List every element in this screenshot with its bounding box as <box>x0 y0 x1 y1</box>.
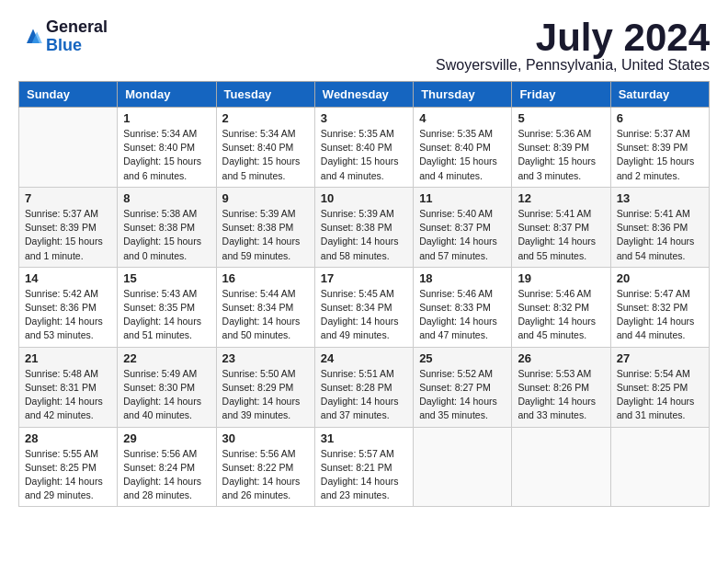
sunset-text: Sunset: 8:38 PM <box>123 222 195 233</box>
logo-area: General Blue <box>18 18 108 55</box>
day-info: Sunrise: 5:36 AMSunset: 8:39 PMDaylight:… <box>518 127 604 183</box>
calendar-cell: 29Sunrise: 5:56 AMSunset: 8:24 PMDayligh… <box>118 427 216 507</box>
sunrise-text: Sunrise: 5:37 AM <box>25 208 98 219</box>
daylight-text: Daylight: 15 hours and 6 minutes. <box>123 155 201 180</box>
sunset-text: Sunset: 8:38 PM <box>321 222 392 233</box>
day-number: 16 <box>222 271 309 285</box>
day-info: Sunrise: 5:44 AMSunset: 8:34 PMDaylight:… <box>222 287 309 343</box>
column-header-saturday: Saturday <box>610 82 709 108</box>
daylight-text: Daylight: 15 hours and 3 minutes. <box>518 155 596 180</box>
sunset-text: Sunset: 8:31 PM <box>25 382 97 393</box>
day-info: Sunrise: 5:47 AMSunset: 8:32 PMDaylight:… <box>617 287 703 343</box>
day-number: 15 <box>123 271 210 285</box>
day-info: Sunrise: 5:56 AMSunset: 8:24 PMDaylight:… <box>123 447 210 503</box>
daylight-text: Daylight: 15 hours and 2 minutes. <box>617 155 695 180</box>
sunrise-text: Sunrise: 5:35 AM <box>419 128 493 139</box>
day-number: 29 <box>123 431 210 445</box>
daylight-text: Daylight: 14 hours and 37 minutes. <box>321 396 399 420</box>
sunset-text: Sunset: 8:25 PM <box>617 382 688 393</box>
sunrise-text: Sunrise: 5:43 AM <box>123 288 197 299</box>
daylight-text: Daylight: 15 hours and 4 minutes. <box>419 155 497 180</box>
sunrise-text: Sunrise: 5:34 AM <box>222 128 296 139</box>
sunrise-text: Sunrise: 5:57 AM <box>321 448 394 459</box>
daylight-text: Daylight: 14 hours and 29 minutes. <box>25 476 103 500</box>
column-header-friday: Friday <box>512 82 610 108</box>
location-title: Swoyersville, Pennsylvania, United State… <box>436 57 710 74</box>
sunrise-text: Sunrise: 5:37 AM <box>617 128 690 139</box>
sunset-text: Sunset: 8:32 PM <box>617 302 688 313</box>
sunrise-text: Sunrise: 5:55 AM <box>25 448 98 459</box>
day-number: 2 <box>222 111 309 125</box>
sunset-text: Sunset: 8:35 PM <box>123 302 195 313</box>
day-number: 9 <box>222 191 309 205</box>
logo-blue: Blue <box>46 37 108 55</box>
title-area: July 2024 Swoyersville, Pennsylvania, Un… <box>436 18 710 74</box>
day-number: 18 <box>419 271 506 285</box>
sunrise-text: Sunrise: 5:54 AM <box>617 368 690 379</box>
day-info: Sunrise: 5:48 AMSunset: 8:31 PMDaylight:… <box>25 367 111 423</box>
calendar-cell <box>19 108 118 188</box>
calendar-week-row: 7Sunrise: 5:37 AMSunset: 8:39 PMDaylight… <box>19 187 710 267</box>
day-number: 1 <box>123 111 210 125</box>
sunrise-text: Sunrise: 5:50 AM <box>222 368 296 379</box>
day-number: 11 <box>419 191 506 205</box>
calendar-cell: 17Sunrise: 5:45 AMSunset: 8:34 PMDayligh… <box>314 267 413 347</box>
sunset-text: Sunset: 8:33 PM <box>419 302 491 313</box>
day-info: Sunrise: 5:34 AMSunset: 8:40 PMDaylight:… <box>222 127 309 183</box>
sunrise-text: Sunrise: 5:53 AM <box>518 368 591 379</box>
calendar-cell: 7Sunrise: 5:37 AMSunset: 8:39 PMDaylight… <box>19 187 118 267</box>
sunset-text: Sunset: 8:39 PM <box>25 222 97 233</box>
day-info: Sunrise: 5:39 AMSunset: 8:38 PMDaylight:… <box>222 207 309 263</box>
daylight-text: Daylight: 15 hours and 4 minutes. <box>321 155 399 180</box>
daylight-text: Daylight: 14 hours and 53 minutes. <box>25 316 103 340</box>
calendar-week-row: 28Sunrise: 5:55 AMSunset: 8:25 PMDayligh… <box>19 427 710 507</box>
sunrise-text: Sunrise: 5:49 AM <box>123 368 197 379</box>
sunrise-text: Sunrise: 5:48 AM <box>25 368 98 379</box>
day-number: 21 <box>25 351 111 365</box>
daylight-text: Daylight: 14 hours and 47 minutes. <box>419 316 497 340</box>
sunset-text: Sunset: 8:25 PM <box>25 462 97 473</box>
calendar-cell: 1Sunrise: 5:34 AMSunset: 8:40 PMDaylight… <box>118 108 216 188</box>
sunset-text: Sunset: 8:37 PM <box>419 222 491 233</box>
day-info: Sunrise: 5:38 AMSunset: 8:38 PMDaylight:… <box>123 207 210 263</box>
calendar-cell: 19Sunrise: 5:46 AMSunset: 8:32 PMDayligh… <box>512 267 610 347</box>
sunrise-text: Sunrise: 5:45 AM <box>321 288 394 299</box>
daylight-text: Daylight: 15 hours and 5 minutes. <box>222 155 301 180</box>
header: General Blue July 2024 Swoyersville, Pen… <box>18 18 710 74</box>
sunrise-text: Sunrise: 5:38 AM <box>123 208 197 219</box>
day-info: Sunrise: 5:35 AMSunset: 8:40 PMDaylight:… <box>321 127 407 183</box>
daylight-text: Daylight: 14 hours and 57 minutes. <box>419 236 497 260</box>
day-info: Sunrise: 5:43 AMSunset: 8:35 PMDaylight:… <box>123 287 210 343</box>
daylight-text: Daylight: 14 hours and 40 minutes. <box>123 396 201 420</box>
day-info: Sunrise: 5:49 AMSunset: 8:30 PMDaylight:… <box>123 367 210 423</box>
daylight-text: Daylight: 14 hours and 45 minutes. <box>518 316 596 340</box>
calendar-cell: 30Sunrise: 5:56 AMSunset: 8:22 PMDayligh… <box>216 427 314 507</box>
logo-icon <box>20 24 46 50</box>
calendar-cell: 24Sunrise: 5:51 AMSunset: 8:28 PMDayligh… <box>314 347 413 427</box>
day-number: 19 <box>518 271 604 285</box>
column-header-monday: Monday <box>118 82 216 108</box>
calendar-cell: 4Sunrise: 5:35 AMSunset: 8:40 PMDaylight… <box>414 108 512 188</box>
page-container: General Blue July 2024 Swoyersville, Pen… <box>18 18 710 507</box>
daylight-text: Daylight: 14 hours and 51 minutes. <box>123 316 201 340</box>
column-header-sunday: Sunday <box>19 82 118 108</box>
calendar-cell: 11Sunrise: 5:40 AMSunset: 8:37 PMDayligh… <box>414 187 512 267</box>
day-number: 24 <box>321 351 407 365</box>
column-header-thursday: Thursday <box>414 82 512 108</box>
month-title: July 2024 <box>436 18 710 57</box>
sunrise-text: Sunrise: 5:46 AM <box>518 288 591 299</box>
sunrise-text: Sunrise: 5:41 AM <box>617 208 690 219</box>
daylight-text: Daylight: 14 hours and 28 minutes. <box>123 476 201 500</box>
daylight-text: Daylight: 14 hours and 58 minutes. <box>321 236 399 260</box>
sunrise-text: Sunrise: 5:56 AM <box>222 448 296 459</box>
column-header-wednesday: Wednesday <box>314 82 413 108</box>
day-number: 7 <box>25 191 111 205</box>
sunrise-text: Sunrise: 5:34 AM <box>123 128 197 139</box>
calendar-cell <box>610 427 709 507</box>
daylight-text: Daylight: 14 hours and 59 minutes. <box>222 236 301 260</box>
calendar-cell: 21Sunrise: 5:48 AMSunset: 8:31 PMDayligh… <box>19 347 118 427</box>
daylight-text: Daylight: 14 hours and 33 minutes. <box>518 396 596 420</box>
sunrise-text: Sunrise: 5:35 AM <box>321 128 394 139</box>
sunrise-text: Sunrise: 5:46 AM <box>419 288 493 299</box>
day-number: 4 <box>419 111 506 125</box>
